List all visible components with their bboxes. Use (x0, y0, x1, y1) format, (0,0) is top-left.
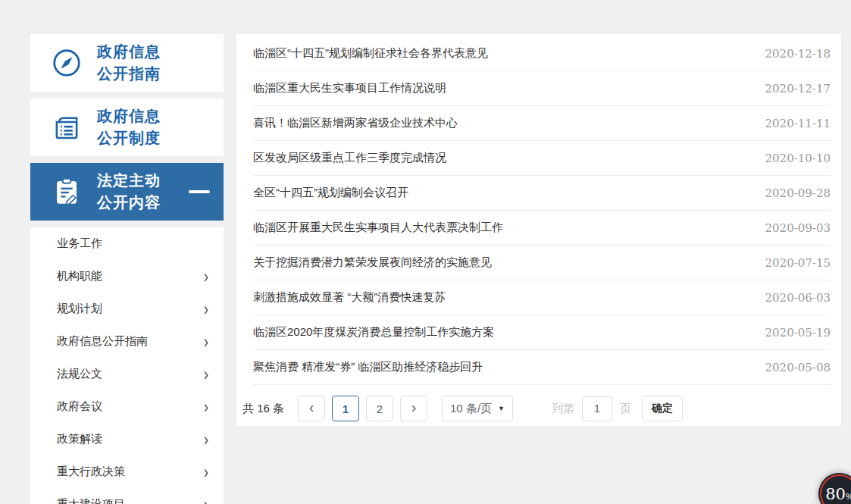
menu-item-label: 规划计划 (57, 302, 102, 316)
zoom-unit: % (846, 492, 851, 501)
collapse-minus-icon[interactable] (189, 190, 210, 193)
menu-item-label: 法规公文 (57, 367, 102, 381)
chevron-right-icon: › (204, 496, 208, 504)
news-date: 2020-09-28 (765, 186, 831, 200)
news-row: 聚焦消费 精准发“券” 临淄区助推经济稳步回升 2020-05-08 (253, 350, 831, 385)
news-date: 2020-11-11 (765, 117, 831, 130)
chevron-right-icon: › (204, 463, 208, 481)
news-row: 区发改局区级重点工作三季度完成情况 2020-10-10 (253, 141, 831, 176)
chevron-right-icon: › (204, 398, 208, 416)
news-row: 关于挖掘消费潜力繁荣发展夜间经济的实施意见 2020-07-15 (253, 246, 831, 280)
menu-item-label: 政府信息公开指南 (57, 334, 148, 349)
sidebar-item-business-work[interactable]: 业务工作 (30, 227, 224, 260)
news-panel: 临淄区“十四五”规划编制征求社会各界代表意见 2020-12-18 临淄区重大民… (236, 34, 841, 426)
compass-icon (50, 47, 83, 79)
sidebar-menu: 业务工作 机构职能 › 规划计划 › 政府信息公开指南 › 法规公文 › 政府会… (30, 227, 224, 504)
menu-item-label: 重大建设项目 (57, 497, 125, 504)
sidebar-item-org-functions[interactable]: 机构职能 › (30, 260, 224, 293)
zoom-value: 80 (825, 485, 846, 503)
news-date: 2020-05-19 (765, 326, 831, 340)
goto-page-input[interactable] (582, 396, 612, 421)
chevron-right-icon: › (204, 430, 208, 449)
sidebar-item-regulations[interactable]: 法规公文 › (30, 358, 224, 390)
chevron-right-icon: › (204, 333, 208, 351)
page-button-1[interactable]: 1 (332, 396, 359, 421)
dropdown-arrow-icon: ▼ (498, 405, 505, 412)
news-link[interactable]: 关于挖掘消费潜力繁荣发展夜间经济的实施意见 (253, 255, 750, 270)
news-row: 刺激措施成效显著 “大额”消费快速复苏 2020-06-03 (253, 280, 831, 315)
prev-page-button[interactable]: ‹ (298, 396, 325, 421)
news-row: 临淄区2020年度煤炭消费总量控制工作实施方案 2020-05-19 (253, 315, 831, 350)
next-page-button[interactable]: › (400, 396, 427, 421)
sidebar-card-statutory-disclosure[interactable]: 法定主动 公开内容 (30, 163, 224, 221)
news-date: 2020-07-15 (765, 256, 831, 270)
menu-item-label: 机构职能 (57, 269, 102, 283)
news-row: 全区“十四五”规划编制会议召开 2020-09-28 (253, 176, 831, 211)
menu-item-label: 重大行政决策 (57, 465, 125, 479)
zoom-level-badge[interactable]: 80 % (818, 473, 851, 504)
goto-page-group: 到第 页 (552, 396, 631, 421)
menu-item-label: 业务工作 (57, 236, 102, 251)
sidebar-item-gov-info-guide[interactable]: 政府信息公开指南 › (30, 325, 224, 358)
sidebar-card-gov-info-guide[interactable]: 政府信息 公开指南 (30, 34, 224, 92)
pagination-total: 共 16 条 (242, 402, 284, 416)
page-background: 政府信息 公开指南 政府信息 公开制度 (0, 0, 851, 504)
sidebar-card-label: 政府信息 公开制度 (97, 105, 161, 149)
page-button-2[interactable]: 2 (366, 396, 393, 421)
sidebar-item-policy-interpretation[interactable]: 政策解读 › (30, 423, 224, 455)
goto-prefix-label: 到第 (552, 402, 574, 416)
sidebar-card-label: 法定主动 公开内容 (97, 170, 161, 214)
sidebar-item-major-admin-decisions[interactable]: 重大行政决策 › (30, 455, 224, 488)
chevron-right-icon: › (204, 300, 208, 318)
news-row: 临淄区“十四五”规划编制征求社会各界代表意见 2020-12-18 (253, 36, 831, 71)
clipboard-pencil-icon (50, 176, 83, 208)
news-link[interactable]: 全区“十四五”规划编制会议召开 (253, 186, 750, 200)
news-date: 2020-05-08 (765, 361, 831, 374)
news-date: 2020-12-17 (765, 82, 831, 95)
sidebar-item-major-construction[interactable]: 重大建设项目 › (30, 488, 224, 504)
news-date: 2020-09-03 (765, 221, 831, 235)
chevron-right-icon: › (204, 365, 208, 383)
news-link[interactable]: 刺激措施成效显著 “大额”消费快速复苏 (253, 290, 750, 305)
news-link[interactable]: 临淄区“十四五”规划编制征求社会各界代表意见 (253, 46, 750, 61)
news-date: 2020-06-03 (765, 291, 831, 305)
sidebar-card-gov-info-system[interactable]: 政府信息 公开制度 (30, 99, 224, 156)
news-link[interactable]: 区发改局区级重点工作三季度完成情况 (253, 151, 750, 165)
news-link[interactable]: 临淄区开展重大民生实事项目人大代表票决制工作 (253, 221, 750, 235)
sidebar: 政府信息 公开指南 政府信息 公开制度 (30, 34, 224, 504)
chevron-right-icon: › (204, 268, 208, 286)
news-link[interactable]: 临淄区重大民生实事项目工作情况说明 (253, 81, 750, 95)
sidebar-item-gov-meetings[interactable]: 政府会议 › (30, 390, 224, 423)
confirm-button[interactable]: 确定 (642, 396, 683, 421)
news-row: 喜讯！临淄区新增两家省级企业技术中心 2020-11-11 (253, 106, 831, 141)
sidebar-item-planning[interactable]: 规划计划 › (30, 293, 224, 325)
page-size-value: 10 条/页 (450, 402, 492, 416)
page-size-select[interactable]: 10 条/页 ▼ (442, 396, 513, 421)
news-link[interactable]: 喜讯！临淄区新增两家省级企业技术中心 (253, 116, 750, 130)
news-row: 临淄区重大民生实事项目工作情况说明 2020-12-17 (253, 71, 831, 106)
menu-item-label: 政府会议 (57, 399, 102, 414)
goto-suffix-label: 页 (620, 402, 631, 416)
ledger-icon (50, 111, 83, 143)
news-link[interactable]: 临淄区2020年度煤炭消费总量控制工作实施方案 (253, 325, 750, 340)
menu-item-label: 政策解读 (57, 432, 102, 446)
sidebar-card-label: 政府信息 公开指南 (97, 41, 161, 85)
news-date: 2020-10-10 (765, 152, 831, 165)
news-date: 2020-12-18 (765, 47, 831, 61)
news-link[interactable]: 聚焦消费 精准发“券” 临淄区助推经济稳步回升 (253, 360, 750, 374)
news-row: 临淄区开展重大民生实事项目人大代表票决制工作 2020-09-03 (253, 211, 831, 246)
news-list: 临淄区“十四五”规划编制征求社会各界代表意见 2020-12-18 临淄区重大民… (236, 34, 841, 385)
pagination: 共 16 条 ‹ 1 2 › 10 条/页 ▼ 到第 页 确定 (242, 396, 841, 421)
